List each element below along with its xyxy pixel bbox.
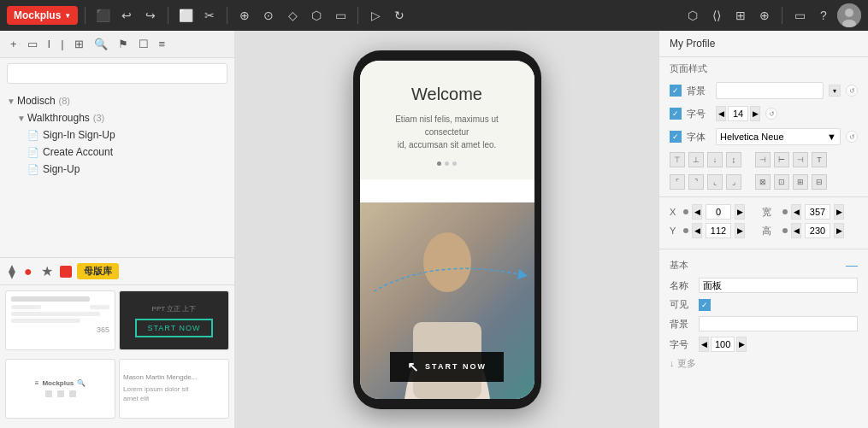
flag-tool-icon[interactable]: ⚑ xyxy=(115,36,132,52)
fontsize-basic-increment[interactable]: ▶ xyxy=(736,337,747,352)
height-value[interactable]: 230 xyxy=(805,223,830,238)
font-size-increment[interactable]: ▶ xyxy=(750,106,760,121)
fontsize-basic-value[interactable]: 100 xyxy=(711,337,735,352)
library-card-1[interactable]: 365 xyxy=(5,290,115,350)
text-tool-icon[interactable]: I xyxy=(44,36,55,52)
x-increment[interactable]: ▶ xyxy=(735,204,745,220)
line-tool-icon[interactable]: | xyxy=(57,36,67,52)
network-icon[interactable]: ⟨⟩ xyxy=(706,5,727,26)
align-middle-icon[interactable]: ⊥ xyxy=(688,152,704,167)
x-value[interactable]: 0 xyxy=(706,204,731,220)
align-h4-icon[interactable]: ⊟ xyxy=(812,174,827,190)
x-decrement[interactable]: ◀ xyxy=(692,204,702,220)
list-tool-icon[interactable]: ≡ xyxy=(156,36,169,52)
font-family-checkbox[interactable]: ✓ xyxy=(670,131,682,143)
y-value[interactable]: 112 xyxy=(706,223,731,238)
frame-icon[interactable]: ⬜ xyxy=(175,5,196,26)
redo-icon[interactable]: ↪ xyxy=(140,5,161,26)
font-size-stepper-group: ◀ 14 ▶ xyxy=(716,106,760,121)
h-increment[interactable]: ▶ xyxy=(834,223,844,238)
rect2-icon[interactable]: ▭ xyxy=(330,5,351,26)
library-card-2[interactable]: PPT 立正 上下 START NOW xyxy=(119,290,229,350)
tree-signup-item[interactable]: 📄 Sign-Up xyxy=(0,161,234,178)
y-increment[interactable]: ▶ xyxy=(735,223,745,238)
fontsize-basic-decrement[interactable]: ◀ xyxy=(699,337,709,352)
play-icon[interactable]: ▷ xyxy=(365,5,386,26)
align-h1-icon[interactable]: ⊠ xyxy=(755,174,771,190)
font-size-label: 字号 xyxy=(687,108,711,120)
font-size-value[interactable]: 14 xyxy=(728,106,748,121)
align-h3-icon[interactable]: ⊞ xyxy=(793,174,808,190)
checkbox-tool-icon[interactable]: ☐ xyxy=(135,36,152,52)
align-center-icon[interactable]: ⊢ xyxy=(774,152,789,167)
basic-collapse-button[interactable]: — xyxy=(846,258,858,272)
library-card-3[interactable]: ≡ Mockplus 🔍 xyxy=(5,359,115,419)
align-tl-icon[interactable]: ⌜ xyxy=(670,174,685,190)
start-now-overlay-label: START NOW xyxy=(425,362,487,371)
tree-walkthroughs-item[interactable]: ▼ Walkthroughs (3) xyxy=(0,109,234,126)
mockplus-menu-button[interactable]: Mockplus ▼ xyxy=(7,6,78,25)
circle-icon[interactable]: ⊙ xyxy=(258,5,279,26)
upload-icon[interactable]: ⊕ xyxy=(754,5,775,26)
w-increment[interactable]: ▶ xyxy=(834,204,844,220)
start-now-overlay-button[interactable]: ↖ START NOW xyxy=(390,352,504,382)
add-tool-icon[interactable]: + xyxy=(7,36,21,52)
library-card-4[interactable]: Mason Martin Mengde... Lorem ipsum dolor… xyxy=(119,359,229,419)
h-decrement[interactable]: ◀ xyxy=(791,223,801,238)
search-tool-icon[interactable]: 🔍 xyxy=(91,36,111,52)
background-reset-button[interactable]: ↺ xyxy=(846,85,858,97)
hexagon-icon[interactable]: ⬡ xyxy=(306,5,327,26)
bg-basic-input[interactable] xyxy=(699,316,858,331)
name-input[interactable]: 面板 xyxy=(699,278,858,293)
align-distribute-icon[interactable]: ↨ xyxy=(726,152,741,167)
align-tr-icon[interactable]: ⌞ xyxy=(707,174,723,190)
rect-tool-icon[interactable]: ▭ xyxy=(24,36,41,52)
grid-icon[interactable]: ⊞ xyxy=(730,5,751,26)
background-label: 背景 xyxy=(687,85,711,97)
tree-signin-item[interactable]: 📄 Sign-In Sign-Up xyxy=(0,126,234,144)
root-label: Modisch xyxy=(17,95,56,107)
align-top-icon[interactable]: ⊤ xyxy=(670,152,685,167)
align-text-icon[interactable]: T xyxy=(812,152,827,167)
component-icon[interactable]: ⊕ xyxy=(234,5,255,26)
font-size-checkbox[interactable]: ✓ xyxy=(670,108,682,120)
avatar[interactable] xyxy=(837,3,861,27)
align-left-icon[interactable]: ⊣ xyxy=(755,152,771,167)
share-icon[interactable]: ⬡ xyxy=(682,5,703,26)
y-decrement[interactable]: ◀ xyxy=(692,223,702,238)
font-size-decrement[interactable]: ◀ xyxy=(716,106,726,121)
canvas-area[interactable]: Welcome Etiam nisl felis, maximus ut con… xyxy=(235,31,658,428)
scissors-icon[interactable]: ✂ xyxy=(199,5,220,26)
right-panel-title: My Profile xyxy=(659,31,868,57)
align-right-icon[interactable]: ⊣ xyxy=(793,152,808,167)
red-lib-icon[interactable] xyxy=(60,266,72,278)
font-family-select[interactable]: Helvetica Neue ▼ xyxy=(716,128,841,145)
background-dropdown[interactable]: ▾ xyxy=(829,85,841,97)
help-icon[interactable]: ? xyxy=(813,5,834,26)
circle-lib-icon[interactable]: ● xyxy=(22,262,34,281)
tree-root-item[interactable]: ▼ Modisch (8) xyxy=(0,92,234,109)
mother-library-button[interactable]: 母版库 xyxy=(77,263,119,279)
font-size-reset-button[interactable]: ↺ xyxy=(765,108,777,120)
font-family-reset-button[interactable]: ↺ xyxy=(846,131,858,143)
layers-lib-icon[interactable]: ⧫ xyxy=(7,261,17,281)
layer-search-input[interactable] xyxy=(7,63,227,84)
align-bl-icon[interactable]: ⌟ xyxy=(726,174,741,190)
align-bottom-icon[interactable]: ↓ xyxy=(707,152,723,167)
align-tc-icon[interactable]: ⌝ xyxy=(688,174,704,190)
group-tool-icon[interactable]: ⊞ xyxy=(71,36,87,52)
tree-createaccount-item[interactable]: 📄 Create Account xyxy=(0,144,234,161)
refresh-icon[interactable]: ↻ xyxy=(389,5,410,26)
align-h2-icon[interactable]: ⊡ xyxy=(774,174,789,190)
visible-checkbox[interactable]: ✓ xyxy=(699,299,711,311)
start-now-card-button[interactable]: START NOW xyxy=(135,319,212,337)
undo-icon[interactable]: ↩ xyxy=(116,5,137,26)
star-lib-icon[interactable]: ★ xyxy=(39,261,55,281)
w-decrement[interactable]: ◀ xyxy=(791,204,801,220)
save-icon[interactable]: ⬛ xyxy=(92,5,113,26)
background-color-box[interactable] xyxy=(716,82,824,99)
background-checkbox[interactable]: ✓ xyxy=(670,85,682,97)
window-icon[interactable]: ▭ xyxy=(789,5,810,26)
diamond-icon[interactable]: ◇ xyxy=(282,5,303,26)
width-value[interactable]: 357 xyxy=(805,204,830,220)
